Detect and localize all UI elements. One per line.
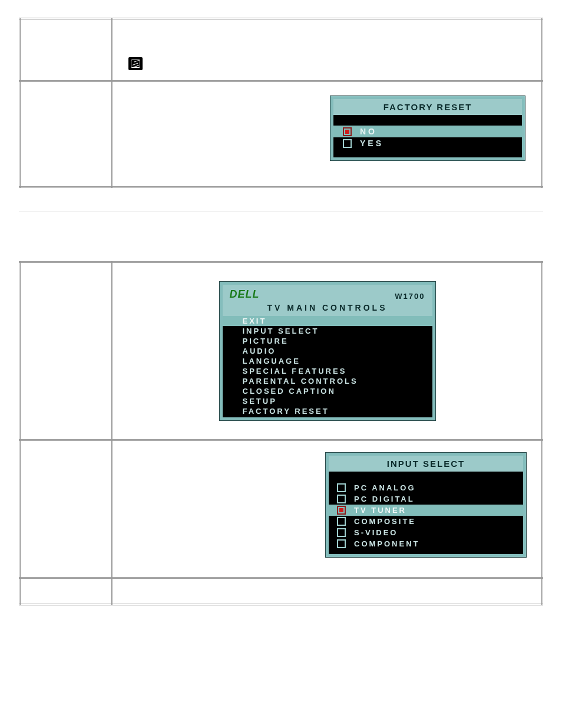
radio-unselected-icon — [337, 539, 346, 548]
input-select-title: INPUT SELECT — [329, 456, 523, 472]
menu-item-input-select[interactable]: INPUT SELECT — [223, 326, 432, 336]
radio-unselected-icon — [337, 517, 346, 526]
input-pc-analog[interactable]: PC ANALOG — [329, 482, 523, 493]
dell-logo: DELL — [230, 288, 260, 301]
menu-item-language[interactable]: LANGUAGE — [223, 356, 432, 366]
factory-reset-osd: FACTORY RESET NO YES — [330, 96, 525, 160]
doc-table-2: DELL W1700 TV MAIN CONTROLS EXIT INPUT S… — [19, 261, 543, 605]
tv-main-controls-title: TV MAIN CONTROLS — [223, 302, 432, 316]
menu-item-picture[interactable]: PICTURE — [223, 336, 432, 346]
menu-item-closed-caption[interactable]: CLOSED CAPTION — [223, 386, 432, 396]
menu-item-setup[interactable]: SETUP — [223, 396, 432, 406]
tv-main-controls-osd: DELL W1700 TV MAIN CONTROLS EXIT INPUT S… — [220, 282, 435, 420]
row1-bullets: . . — [144, 30, 534, 49]
t2-row3-right — [113, 578, 543, 605]
menu-item-factory-reset[interactable]: FACTORY RESET — [223, 406, 432, 416]
radio-selected-icon — [337, 506, 346, 515]
row2-right: FACTORY RESET NO YES — [113, 81, 543, 187]
factory-reset-option-yes-label: YES — [360, 139, 384, 148]
input-select-osd: INPUT SELECT PC ANALOG PC DIGITAL TV TUN… — [326, 453, 526, 557]
menu-item-exit[interactable]: EXIT — [223, 316, 432, 326]
radio-unselected-icon — [337, 495, 346, 503]
menu-item-audio[interactable]: AUDIO — [223, 346, 432, 356]
t2-row1-right: DELL W1700 TV MAIN CONTROLS EXIT INPUT S… — [113, 262, 543, 440]
tv-main-controls-menu: EXIT INPUT SELECT PICTURE AUDIO LANGUAGE… — [223, 316, 432, 416]
radio-unselected-icon — [337, 528, 346, 537]
input-s-video[interactable]: S-VIDEO — [329, 527, 523, 538]
radio-selected-icon — [343, 127, 352, 136]
t2-row3-left — [20, 578, 113, 605]
factory-reset-title: FACTORY RESET — [333, 99, 522, 115]
input-pc-digital[interactable]: PC DIGITAL — [329, 493, 523, 505]
tv-main-controls-header: DELL W1700 — [223, 285, 432, 302]
input-composite[interactable]: COMPOSITE — [329, 516, 523, 527]
menu-item-parental-controls[interactable]: PARENTAL CONTROLS — [223, 376, 432, 386]
factory-reset-option-no[interactable]: NO — [333, 126, 522, 137]
section-heading: . — [19, 236, 543, 249]
factory-reset-option-no-label: NO — [360, 127, 377, 136]
section-divider — [19, 212, 543, 212]
menu-item-special-features[interactable]: SPECIAL FEATURES — [223, 366, 432, 376]
row1-bullet-2: . — [144, 40, 534, 49]
input-component[interactable]: COMPONENT — [329, 538, 523, 549]
input-tv-tuner[interactable]: TV TUNER — [329, 505, 523, 516]
doc-table-1: . . FACTORY RESET NO YES — [19, 18, 543, 188]
factory-reset-option-yes[interactable]: YES — [333, 137, 522, 149]
t2-row2-right: INPUT SELECT PC ANALOG PC DIGITAL TV TUN… — [113, 440, 543, 578]
row1-bullet-1: . — [144, 30, 534, 39]
radio-unselected-icon — [343, 139, 352, 148]
t2-row1-left — [20, 262, 113, 440]
row1-right: . . — [113, 19, 543, 81]
dell-model: W1700 — [395, 292, 425, 301]
row2-left — [20, 81, 113, 187]
note-icon — [128, 57, 143, 70]
radio-unselected-icon — [337, 483, 346, 492]
row1-left — [20, 19, 113, 81]
t2-row2-left — [20, 440, 113, 578]
